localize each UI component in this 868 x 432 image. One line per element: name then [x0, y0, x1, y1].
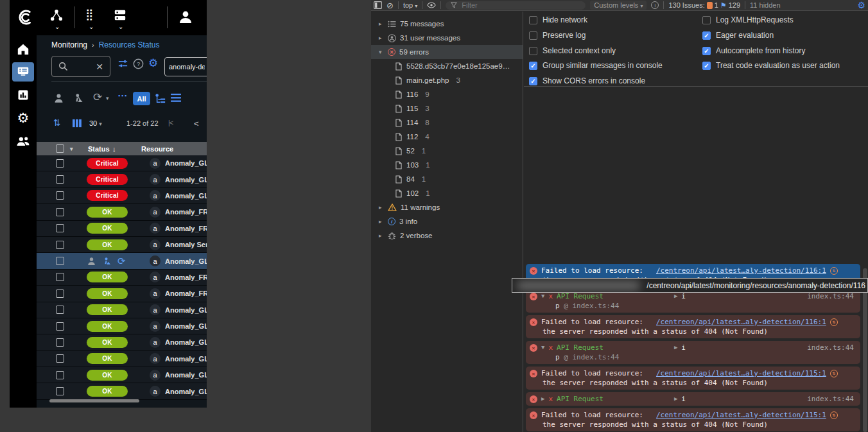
pollers-icon[interactable]: [49, 9, 64, 22]
table-row[interactable]: CriticalaAnomaly_GLPDVLA: [37, 155, 207, 171]
console-error-message[interactable]: ✕ Failed to load resource:/centreon/api/…: [526, 315, 860, 338]
console-settings-gear-icon[interactable]: ⚙: [857, 0, 865, 10]
resource-link[interactable]: /centreon/api/latest…aly-detection/115:1: [656, 410, 826, 420]
resource-name[interactable]: Anomaly_FRVATW: [165, 289, 207, 297]
row-checkbox[interactable]: [56, 354, 64, 363]
object-expander-icon[interactable]: ▶: [674, 394, 677, 404]
resource-name[interactable]: Anomaly_FRVATW: [165, 208, 207, 216]
error-file-item[interactable]: 1021: [371, 186, 523, 200]
row-checkbox[interactable]: [56, 322, 64, 331]
table-row[interactable]: OKaAnomaly_FRVATW: [37, 270, 207, 286]
downtime-icon[interactable]: [73, 93, 85, 103]
header-caret-icon[interactable]: ▾: [70, 146, 73, 152]
network-request-icon[interactable]: ⇅: [830, 267, 838, 275]
execution-context-select[interactable]: top ▾: [403, 1, 417, 9]
select-all-checkbox[interactable]: [56, 144, 64, 153]
table-row[interactable]: OKaAnomaly_GLPDVLA: [37, 318, 207, 334]
hosts-caret-icon[interactable]: ⌄: [118, 23, 123, 30]
console-error-message[interactable]: ✕ Failed to load resource:/centreon/api/…: [526, 367, 860, 390]
resource-link[interactable]: /centreon/api/latest…aly-detection/116:1: [656, 266, 826, 275]
resource-name[interactable]: Anomaly_GLPDVLA: [165, 322, 207, 330]
centreon-logo[interactable]: [16, 8, 35, 27]
per-page-select[interactable]: 30 ▾: [89, 119, 102, 127]
pollers-caret-icon[interactable]: ⌄: [55, 23, 60, 30]
clear-console-icon[interactable]: ⊘: [386, 1, 394, 10]
row-acknowledge-icon[interactable]: [87, 257, 96, 266]
columns-icon[interactable]: [72, 119, 82, 128]
table-row[interactable]: OKaAnomaly_FRVATW: [37, 204, 207, 220]
console-info-icon[interactable]: i: [651, 1, 659, 9]
sidebar-group-errors[interactable]: ▾ ✕ 59 errors: [371, 45, 523, 59]
issues-counter[interactable]: 130 Issues: 1 ⚑ 129: [668, 1, 740, 10]
sidebar-group-all-messages[interactable]: ▸ 75 messages: [371, 17, 523, 31]
checkbox-checked-icon[interactable]: ✓: [702, 31, 711, 40]
resource-name[interactable]: Anomaly_GLPDVLA: [165, 388, 207, 395]
table-row[interactable]: OKaAnomaly_FRVATW: [37, 221, 207, 237]
error-file-item[interactable]: 841: [371, 172, 523, 186]
row-checkbox[interactable]: [56, 306, 64, 314]
resource-name[interactable]: Anomaly_GLPDVLV: [165, 355, 207, 363]
services-grid-icon[interactable]: ⣿: [85, 9, 93, 21]
object-expander-icon[interactable]: ▶: [674, 343, 677, 352]
resource-name[interactable]: Anomaly_GLPDVLA: [165, 371, 207, 379]
sidebar-item-reporting[interactable]: [10, 85, 37, 105]
table-row[interactable]: OKaAnomaly_FRVATW: [37, 286, 207, 302]
expander-icon[interactable]: ▼: [541, 291, 544, 301]
checkbox-checked-icon[interactable]: ✓: [702, 62, 711, 70]
setting-treat-eval-user-action[interactable]: ✓Treat code evaluation as user action: [702, 60, 840, 71]
checkbox-checked-icon[interactable]: ✓: [702, 47, 711, 55]
filter-criteria-input[interactable]: [164, 57, 207, 76]
tree-view-icon[interactable]: [155, 93, 166, 104]
checkbox-icon[interactable]: [702, 16, 711, 24]
expander-icon[interactable]: ▸: [379, 21, 384, 27]
table-row[interactable]: OKaAnomaly_GLPDVLA: [37, 367, 207, 383]
resource-name[interactable]: Anomaly_GLSDVLA: [165, 176, 207, 184]
setting-selected-context-only[interactable]: Selected context only: [529, 46, 616, 56]
resource-name[interactable]: Anomaly_FRVATW: [165, 273, 207, 281]
hidden-messages-count[interactable]: 11 hidden: [750, 1, 781, 9]
error-file-item[interactable]: 1124: [371, 130, 523, 144]
resource-name[interactable]: Anomaly_FRVATW: [165, 225, 207, 232]
row-checkbox[interactable]: [56, 241, 64, 249]
services-caret-icon[interactable]: ⌄: [89, 23, 94, 30]
user-profile-icon[interactable]: [178, 9, 193, 24]
breadcrumb-parent[interactable]: Monitoring: [51, 40, 87, 49]
filter-input[interactable]: [460, 1, 557, 10]
setting-eager-evaluation[interactable]: ✓Eager evaluation: [702, 30, 774, 40]
clear-search-icon[interactable]: ✕: [96, 62, 103, 72]
row-checkbox[interactable]: [56, 338, 64, 347]
sidebar-group-info[interactable]: ▸ i 3 info: [371, 214, 523, 229]
table-row[interactable]: OKaAnomaly_GLPDVLA: [37, 383, 207, 399]
checkbox-checked-icon[interactable]: ✓: [529, 62, 537, 70]
breadcrumb-current[interactable]: Resources Status: [99, 40, 160, 49]
expander-icon[interactable]: ▶: [541, 394, 544, 404]
status-column-header[interactable]: Status: [88, 145, 110, 153]
expander-icon[interactable]: ▸: [379, 232, 384, 239]
row-checkbox[interactable]: [56, 257, 64, 265]
sidebar-item-administration[interactable]: [10, 132, 37, 151]
setting-group-similar[interactable]: ✓Group similar messages in console: [529, 60, 663, 71]
resource-name[interactable]: Anomaly_GLSDVLA: [165, 257, 207, 265]
refresh-icon[interactable]: ⟳: [93, 91, 102, 104]
row-refresh-icon[interactable]: ⟳: [117, 255, 126, 267]
row-checkbox[interactable]: [56, 224, 64, 232]
sidebar-group-warnings[interactable]: ▸ 11 warnings: [371, 200, 523, 214]
sidebar-item-monitoring[interactable]: [12, 62, 34, 82]
row-checkbox[interactable]: [56, 191, 64, 200]
console-error-message[interactable]: ✕ Failed to load resource:/centreon/api/…: [526, 408, 860, 431]
network-request-icon[interactable]: ⇅: [830, 411, 838, 419]
first-page-icon[interactable]: |<: [168, 119, 173, 126]
table-row[interactable]: CriticalaAnomaly_GLPDVLC: [37, 188, 207, 204]
more-actions-icon[interactable]: ⋯: [117, 90, 127, 101]
checkbox-icon[interactable]: [529, 47, 537, 55]
network-request-icon[interactable]: ⇅: [830, 318, 838, 326]
table-row[interactable]: CriticalaAnomaly_GLSDVLA: [37, 171, 207, 187]
source-location-link[interactable]: index.ts:44: [807, 343, 856, 352]
sidebar-group-verbose[interactable]: ▸ 2 verbose: [371, 229, 523, 243]
expander-icon[interactable]: ▾: [379, 49, 384, 55]
row-checkbox[interactable]: [56, 273, 64, 281]
expander-icon[interactable]: ▸: [379, 35, 384, 41]
resource-name[interactable]: Anomaly_GLPDVLC: [165, 192, 207, 200]
table-row-selected[interactable]: ⟳ a Anomaly_GLSDVLA: [37, 253, 207, 269]
vertical-scrollbar[interactable]: [863, 268, 867, 432]
